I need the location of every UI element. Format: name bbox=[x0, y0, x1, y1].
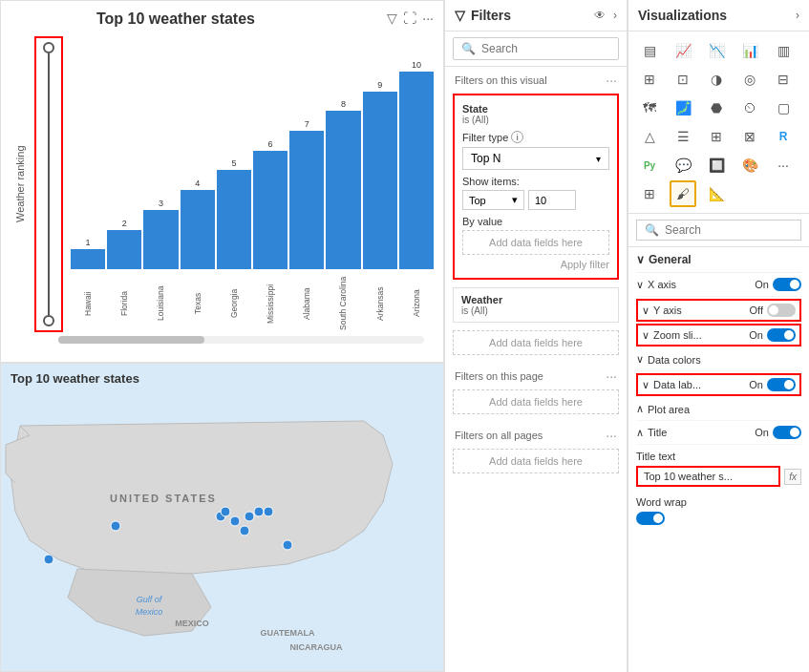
scrollbar-thumb bbox=[58, 336, 204, 344]
viz-icon-slicer[interactable]: ☰ bbox=[670, 123, 696, 150]
bar[interactable] bbox=[399, 72, 434, 269]
filters-title: ▽ Filters bbox=[455, 8, 511, 23]
general-section-header[interactable]: ∨ General bbox=[636, 247, 801, 273]
title-text-box[interactable]: Top 10 weather s... bbox=[636, 466, 780, 487]
show-items-row: Show items: Top ▾ bbox=[462, 176, 609, 210]
bar[interactable] bbox=[289, 131, 324, 269]
zoom-switch[interactable] bbox=[767, 328, 796, 342]
viz-icon-donut[interactable]: ◎ bbox=[736, 66, 763, 93]
viz-icon-gauge[interactable]: ⏲ bbox=[736, 94, 763, 121]
dot-sc bbox=[264, 507, 273, 516]
viz-icon-paint[interactable]: 🎨 bbox=[736, 152, 763, 178]
x-label: Arizona bbox=[399, 275, 434, 332]
search-box: 🔍 bbox=[453, 37, 619, 60]
all-pages-dots[interactable]: ··· bbox=[606, 428, 617, 443]
show-number-input[interactable] bbox=[528, 190, 576, 210]
show-items-controls: Top ▾ bbox=[462, 190, 609, 210]
apply-filter-link[interactable]: Apply filter bbox=[462, 259, 609, 270]
bar-group: 6 bbox=[253, 139, 287, 269]
viz-icon-pie[interactable]: ◑ bbox=[703, 66, 730, 93]
viz-icons-grid: ▤ 📈 📉 📊 ▥ ⊞ ⊡ ◑ ◎ ⊟ 🗺 🗾 ⬣ ⏲ ▢ △ ☰ ⊞ ⊠ R … bbox=[628, 32, 809, 214]
add-fields-1[interactable]: Add data fields here bbox=[453, 330, 619, 355]
y-axis-row-label: ∨ Y axis bbox=[642, 304, 682, 317]
filter-type-dropdown[interactable]: Top N ▾ bbox=[462, 147, 609, 170]
viz-icon-py[interactable]: Py bbox=[636, 152, 663, 178]
viz-icon-filledmap[interactable]: 🗾 bbox=[670, 94, 696, 121]
slicer-control[interactable] bbox=[34, 36, 63, 332]
viz-icon-qa[interactable]: 💬 bbox=[670, 152, 696, 178]
x-axis-toggle: On bbox=[755, 278, 801, 291]
viz-icon-area[interactable]: 📉 bbox=[703, 37, 730, 64]
filter-type-row: Filter type i bbox=[462, 131, 609, 143]
y-axis-switch[interactable] bbox=[767, 304, 796, 317]
bar[interactable] bbox=[181, 190, 215, 269]
viz-icon-combo[interactable]: ⊞ bbox=[636, 66, 663, 93]
zoom-toggle: On bbox=[749, 328, 796, 342]
viz-icon-card[interactable]: ▢ bbox=[770, 94, 797, 121]
viz-title: Visualizations bbox=[638, 8, 727, 23]
search-input[interactable] bbox=[481, 42, 610, 55]
viz-icon-analytics[interactable]: 📐 bbox=[703, 180, 730, 207]
x-axis-chevron: ∨ bbox=[636, 279, 644, 291]
bar[interactable] bbox=[326, 111, 360, 269]
page-dots[interactable]: ··· bbox=[606, 368, 617, 384]
viz-icon-ellipsis[interactable]: ··· bbox=[770, 152, 797, 178]
viz-icon-bar[interactable]: 📊 bbox=[736, 37, 763, 64]
bar[interactable] bbox=[363, 92, 397, 269]
data-lab-switch[interactable] bbox=[767, 378, 796, 391]
state-label: State bbox=[462, 103, 609, 115]
show-direction-dropdown[interactable]: Top ▾ bbox=[462, 190, 524, 210]
bar[interactable] bbox=[107, 230, 141, 269]
bar[interactable] bbox=[143, 210, 178, 269]
viz-icon-scatter[interactable]: ⊡ bbox=[670, 66, 696, 93]
add-fields-2[interactable]: Add data fields here bbox=[453, 389, 619, 414]
add-fields-3[interactable]: Add data fields here bbox=[453, 449, 619, 473]
fx-button[interactable]: fx bbox=[784, 469, 801, 485]
left-panel: Top 10 weather states ▽ ⛶ ··· Weather ra… bbox=[0, 0, 444, 672]
general-title: ∨ General bbox=[636, 253, 692, 266]
viz-icon-line[interactable]: 📈 bbox=[670, 37, 696, 64]
scrollbar[interactable] bbox=[58, 336, 424, 344]
info-icon: i bbox=[511, 131, 523, 143]
focus-icon[interactable]: ⛶ bbox=[403, 10, 416, 26]
viz-icon-kpi[interactable]: △ bbox=[636, 123, 663, 150]
word-wrap-switch[interactable] bbox=[636, 512, 665, 525]
viz-icon-format[interactable]: 🖌 bbox=[670, 180, 696, 207]
bar[interactable] bbox=[71, 249, 105, 269]
viz-search-input[interactable] bbox=[665, 223, 793, 237]
bar[interactable] bbox=[253, 151, 287, 269]
viz-icon-funnel[interactable]: ⬣ bbox=[703, 94, 730, 121]
viz-icon-table[interactable]: ⊞ bbox=[703, 123, 730, 150]
zoom-row: ∨ Zoom sli... On bbox=[636, 324, 801, 346]
bar-label: 2 bbox=[122, 219, 127, 228]
title-text-value: Top 10 weather s... bbox=[644, 471, 733, 482]
filters-dots[interactable]: ··· bbox=[606, 73, 617, 88]
eye-icon[interactable]: 👁 bbox=[594, 9, 606, 22]
map-title: Top 10 weather states bbox=[11, 371, 139, 386]
weather-filter-card: Weather is (All) bbox=[453, 287, 619, 323]
more-icon[interactable]: ··· bbox=[422, 10, 434, 26]
viz-chevron-right-icon[interactable]: › bbox=[796, 9, 799, 22]
chevron-right-icon[interactable]: › bbox=[613, 9, 617, 22]
x-axis-switch[interactable] bbox=[773, 278, 801, 291]
viz-icon-treemap[interactable]: ⊟ bbox=[770, 66, 797, 93]
viz-icon-grid[interactable]: ⊞ bbox=[636, 180, 663, 207]
viz-search-box: 🔍 bbox=[636, 220, 801, 241]
add-fields-box[interactable]: Add data fields here bbox=[462, 230, 609, 255]
filter-icon[interactable]: ▽ bbox=[387, 10, 397, 26]
viz-header-icons: › bbox=[796, 9, 799, 22]
viz-icon-100bar[interactable]: ▥ bbox=[770, 37, 797, 64]
bar-label: 9 bbox=[377, 80, 382, 90]
viz-icon-custom1[interactable]: 🔲 bbox=[703, 152, 730, 178]
viz-icon-map[interactable]: 🗺 bbox=[636, 94, 663, 121]
viz-icon-r[interactable]: R bbox=[770, 123, 797, 150]
state-sub: is (All) bbox=[462, 115, 609, 125]
bar[interactable] bbox=[217, 170, 251, 269]
bar-group: 10 bbox=[399, 60, 434, 269]
title-toggle: On bbox=[755, 426, 801, 439]
title-switch[interactable] bbox=[773, 426, 801, 439]
viz-search: 🔍 bbox=[628, 214, 809, 247]
data-lab-toggle: On bbox=[749, 378, 796, 391]
viz-icon-stacked-bar[interactable]: ▤ bbox=[636, 37, 663, 64]
viz-icon-matrix[interactable]: ⊠ bbox=[736, 123, 763, 150]
